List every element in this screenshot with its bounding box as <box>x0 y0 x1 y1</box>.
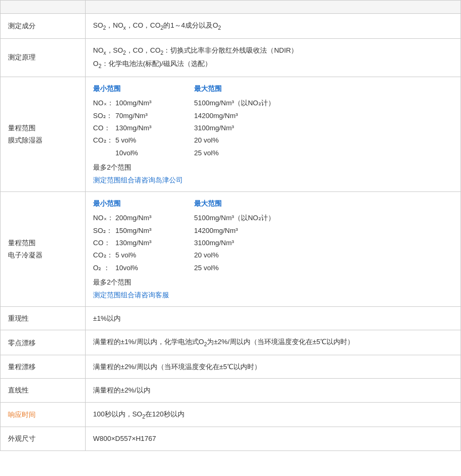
label-measurement-principle: 测定原理 <box>1 38 86 77</box>
spec-repeatability: ±1%以内 <box>86 307 461 330</box>
spec-text: ±1%以内 <box>93 314 121 322</box>
label-range-membrane: 量程范围 膜式除湿器 <box>1 77 86 191</box>
label-zero-drift: 零点漂移 <box>1 330 86 355</box>
range-note: 测定范围组合请咨询岛津公司 <box>93 174 453 186</box>
range-min-cell: CO：130mg/Nm³ <box>93 122 194 134</box>
range-max-cell: 20 vol% <box>194 249 332 261</box>
range-max-cell: 25 vol% <box>194 147 332 159</box>
label-response-time: 响应时间 <box>1 402 86 427</box>
min-header: 最小范围 <box>93 82 194 95</box>
max-header: 最大范围 <box>194 197 332 210</box>
range-min-cell: CO：130mg/Nm³ <box>93 237 194 249</box>
range-min-cell: CO₂：5 vol% <box>93 134 194 146</box>
range-min-cell: 10vol% <box>93 147 194 159</box>
spec-text: 满量程的±2%/以内 <box>93 386 150 394</box>
span-drift-text: 满量程的±2%/周以内（当环境温度变化在±5℃以内时） <box>93 363 261 371</box>
range-min-cell: CO₂：5 vol% <box>93 249 194 261</box>
spec-span-drift: 满量程的±2%/周以内（当环境温度变化在±5℃以内时） <box>86 355 461 379</box>
range-row: O₂ ：10vol% 25 vol% <box>93 262 453 274</box>
range-row: CO：130mg/Nm³ 3100mg/Nm³ <box>93 122 453 134</box>
range-note: 测定范围组合请咨询客服 <box>93 289 453 301</box>
principle-line2: O2：化学电池法(标配)/磁风法（选配） <box>93 60 212 68</box>
max-header: 最大范围 <box>194 82 332 95</box>
label-measurement-components: 测定成分 <box>1 14 86 39</box>
spec-measurement-components: SO2，NOx，CO，CO2的1～4成分以及O2 <box>86 14 461 39</box>
header-item <box>1 1 86 14</box>
principle-line1: NOx，SO2，CO，CO2：切换式比率非分散红外线吸收法（NDIR） <box>93 46 298 54</box>
range-row: SO₂：70mg/Nm³ 14200mg/Nm³ <box>93 110 453 122</box>
range-max-cell: 5100mg/Nm³（以NO₂计） <box>194 212 332 224</box>
label-repeatability: 重现性 <box>1 307 86 330</box>
range-max-cell: 3100mg/Nm³ <box>194 237 332 249</box>
range-note: 最多2个范围 <box>93 161 453 173</box>
range-max-cell: 20 vol% <box>194 134 332 146</box>
spec-range-membrane: 最小范围 最大范围 NOₓ：100mg/Nm³ 5100mg/Nm³（以NO₂计… <box>86 77 461 191</box>
spec-range-electronic: 最小范围 最大范围 NOₓ：200mg/Nm³ 5100mg/Nm³（以NO₂计… <box>86 191 461 306</box>
response-text: 100秒以内，SO2在120秒以内 <box>93 410 185 418</box>
zero-drift-text: 满量程的±1%/周以内，化学电池式O2为±2%/周以内（当环境温度变化在±5℃以… <box>93 338 354 346</box>
range-max-cell: 3100mg/Nm³ <box>194 122 332 134</box>
components-text: SO2，NOx，CO，CO2的1～4成分以及O2 <box>93 21 221 29</box>
range-row: NOₓ：200mg/Nm³ 5100mg/Nm³（以NO₂计） <box>93 212 453 224</box>
range-row: SO₂：150mg/Nm³ 14200mg/Nm³ <box>93 224 453 237</box>
spec-measurement-principle: NOx，SO2，CO，CO2：切换式比率非分散红外线吸收法（NDIR） O2：化… <box>86 38 461 77</box>
range-min-cell: NOₓ：100mg/Nm³ <box>93 97 194 109</box>
range-max-cell: 25 vol% <box>194 262 332 274</box>
range-row: CO：130mg/Nm³ 3100mg/Nm³ <box>93 237 453 249</box>
spec-table: 测定成分SO2，NOx，CO，CO2的1～4成分以及O2测定原理NOx，SO2，… <box>0 0 461 451</box>
spec-response-time: 100秒以内，SO2在120秒以内 <box>86 402 461 427</box>
range-max-cell: 14200mg/Nm³ <box>194 224 332 237</box>
header-spec <box>86 1 461 14</box>
label-dimensions: 外观尺寸 <box>1 427 86 450</box>
range-row: NOₓ：100mg/Nm³ 5100mg/Nm³（以NO₂计） <box>93 97 453 109</box>
range-min-cell: O₂ ：10vol% <box>93 262 194 274</box>
range-row: CO₂：5 vol% 20 vol% <box>93 249 453 261</box>
spec-linearity: 满量程的±2%/以内 <box>86 379 461 402</box>
range-row: CO₂：5 vol% 20 vol% <box>93 134 453 146</box>
label-linearity: 直线性 <box>1 379 86 402</box>
spec-dimensions: W800×D557×H1767 <box>86 427 461 450</box>
range-min-cell: SO₂：150mg/Nm³ <box>93 224 194 237</box>
label-span-drift: 量程漂移 <box>1 355 86 379</box>
range-max-cell: 5100mg/Nm³（以NO₂计） <box>194 97 332 109</box>
range-min-cell: NOₓ：200mg/Nm³ <box>93 212 194 224</box>
range-note: 最多2个范围 <box>93 276 453 288</box>
range-max-cell: 14200mg/Nm³ <box>194 110 332 122</box>
range-min-cell: SO₂：70mg/Nm³ <box>93 110 194 122</box>
label-range-electronic: 量程范围 电子冷凝器 <box>1 191 86 306</box>
range-row: 10vol% 25 vol% <box>93 147 453 159</box>
spec-text: W800×D557×H1767 <box>93 435 156 442</box>
spec-zero-drift: 满量程的±1%/周以内，化学电池式O2为±2%/周以内（当环境温度变化在±5℃以… <box>86 330 461 355</box>
min-header: 最小范围 <box>93 197 194 210</box>
